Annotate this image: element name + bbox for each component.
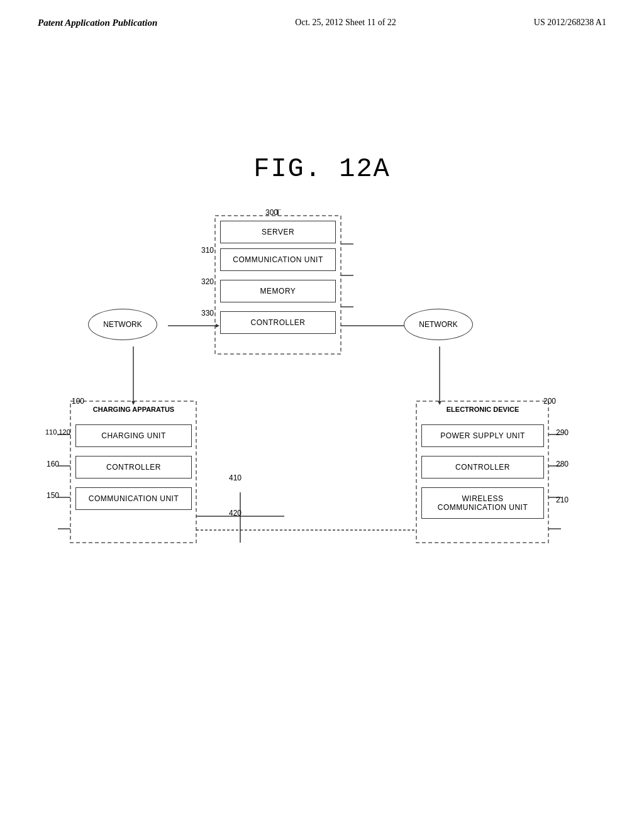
charging-comm-unit-box: COMMUNICATION UNIT bbox=[75, 487, 192, 510]
ref-320: 320 bbox=[201, 277, 214, 286]
ref-280: 280 bbox=[556, 460, 569, 468]
figure-title: FIG. 12A bbox=[0, 154, 644, 184]
network-right-oval: NETWORK bbox=[404, 309, 473, 340]
memory-box: MEMORY bbox=[220, 280, 336, 302]
svg-marker-11 bbox=[438, 401, 441, 405]
network-left-oval: NETWORK bbox=[88, 309, 157, 340]
patent-number: US 2012/268238 A1 bbox=[534, 18, 606, 28]
ref-410: 410 bbox=[229, 473, 242, 482]
wireless-comm-box: WIRELESS COMMUNICATION UNIT bbox=[421, 487, 544, 519]
sheet-info: Oct. 25, 2012 Sheet 11 of 22 bbox=[295, 18, 396, 28]
ref-160: 160 bbox=[47, 460, 59, 468]
electronic-device-label: ELECTRONIC DEVICE bbox=[421, 406, 544, 413]
charging-controller-box: CONTROLLER bbox=[75, 456, 192, 479]
power-supply-box: POWER SUPPLY UNIT bbox=[421, 424, 544, 447]
ref-310: 310 bbox=[201, 246, 214, 255]
ref-150: 150 bbox=[47, 491, 59, 500]
page-header: Patent Application Publication Oct. 25, … bbox=[0, 0, 644, 28]
charging-apparatus-label: CHARGING APPARATUS bbox=[75, 406, 192, 413]
ref-200: 200 bbox=[543, 397, 556, 406]
publication-label: Patent Application Publication bbox=[38, 18, 157, 28]
server-comm-unit-box: COMMUNICATION UNIT bbox=[220, 248, 336, 271]
ref-420: 420 bbox=[229, 509, 242, 517]
electronic-controller-box: CONTROLLER bbox=[421, 456, 544, 479]
ref-210: 210 bbox=[556, 495, 569, 504]
server-controller-box: CONTROLLER bbox=[220, 311, 336, 334]
ref-100: 100 bbox=[72, 397, 84, 406]
ref-300: 300 bbox=[265, 208, 278, 217]
server-box: SERVER bbox=[220, 221, 336, 243]
ref-110-120: 110,120 bbox=[45, 428, 70, 436]
ref-290: 290 bbox=[556, 428, 569, 437]
charging-unit-box: CHARGING UNIT bbox=[75, 424, 192, 447]
svg-marker-9 bbox=[131, 401, 135, 405]
ref-330: 330 bbox=[201, 309, 214, 318]
svg-marker-5 bbox=[216, 324, 219, 328]
diagram-area: 300 SERVER 310 COMMUNICATION UNIT 320 ME… bbox=[52, 209, 592, 562]
